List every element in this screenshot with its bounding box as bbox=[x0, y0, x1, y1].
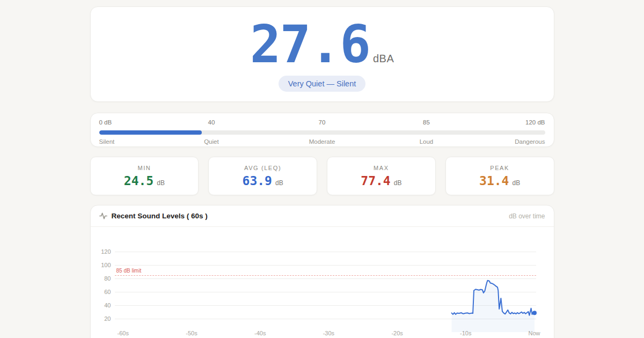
stat-value-avg: 63.9 bbox=[243, 174, 272, 188]
chart-card: Recent Sound Levels ( 60s ) dB over time… bbox=[90, 205, 554, 338]
stat-card-min: MIN 24.5 dB bbox=[90, 157, 199, 195]
scale-label-quiet: Quiet bbox=[204, 138, 219, 145]
db-scale-fill bbox=[99, 130, 202, 135]
stat-label: AVG (LEQ) bbox=[244, 165, 281, 171]
stat-label: MAX bbox=[374, 165, 389, 171]
stat-card-avg: AVG (LEQ) 63.9 dB bbox=[208, 157, 317, 195]
db-scale-names: Silent Quiet Moderate Loud Dangerous bbox=[99, 138, 545, 146]
scale-value-40: 40 bbox=[208, 119, 215, 126]
current-level-card: 27.6 dBA Very Quiet — Silent bbox=[90, 6, 554, 102]
chart-header: Recent Sound Levels ( 60s ) dB over time bbox=[91, 205, 554, 227]
chart-canvas bbox=[91, 227, 554, 338]
db-scale-card: 0 dB 40 70 85 120 dB Silent Quiet Modera… bbox=[90, 113, 554, 147]
stat-card-max: MAX 77.4 dB bbox=[327, 157, 436, 195]
stat-value-max: 77.4 bbox=[361, 174, 390, 188]
chart-title: Recent Sound Levels ( 60s ) bbox=[112, 212, 208, 220]
sound-level-area bbox=[451, 281, 535, 332]
current-level-unit: dBA bbox=[370, 53, 394, 70]
db-scale-track bbox=[99, 130, 545, 135]
stat-unit: dB bbox=[275, 179, 283, 187]
chart-axis-note: dB over time bbox=[509, 212, 545, 220]
scale-value-120: 120 dB bbox=[525, 119, 545, 126]
sound-meter-dashboard: 27.6 dBA Very Quiet — Silent 0 dB 40 70 … bbox=[90, 0, 554, 338]
scale-value-0: 0 dB bbox=[99, 119, 112, 126]
activity-icon bbox=[99, 212, 107, 220]
scale-label-dangerous: Dangerous bbox=[515, 138, 545, 145]
level-category-badge: Very Quiet — Silent bbox=[279, 76, 366, 92]
stat-unit: dB bbox=[394, 179, 402, 187]
scale-value-70: 70 bbox=[319, 119, 326, 126]
scale-label-silent: Silent bbox=[99, 138, 115, 145]
current-level-value: 27.6 bbox=[250, 19, 370, 70]
stat-unit: dB bbox=[157, 179, 165, 187]
stat-card-peak: PEAK 31.4 dB bbox=[445, 157, 554, 195]
stat-value-min: 24.5 bbox=[124, 174, 153, 188]
stat-label: PEAK bbox=[490, 165, 509, 171]
db-scale-values: 0 dB 40 70 85 120 dB bbox=[99, 119, 545, 127]
stat-unit: dB bbox=[512, 179, 520, 187]
stats-row: MIN 24.5 dB AVG (LEQ) 63.9 dB MAX 77.4 d… bbox=[90, 157, 554, 195]
scale-label-loud: Loud bbox=[420, 138, 434, 145]
stat-value-peak: 31.4 bbox=[479, 174, 509, 188]
scale-label-moderate: Moderate bbox=[309, 138, 335, 145]
current-point-dot bbox=[532, 311, 537, 315]
sound-level-chart: 1201008060402085 dB limit-60s-50s-40s-30… bbox=[91, 227, 554, 338]
scale-value-85: 85 bbox=[423, 119, 430, 126]
current-level-row: 27.6 dBA bbox=[91, 19, 554, 70]
stat-label: MIN bbox=[137, 165, 151, 171]
